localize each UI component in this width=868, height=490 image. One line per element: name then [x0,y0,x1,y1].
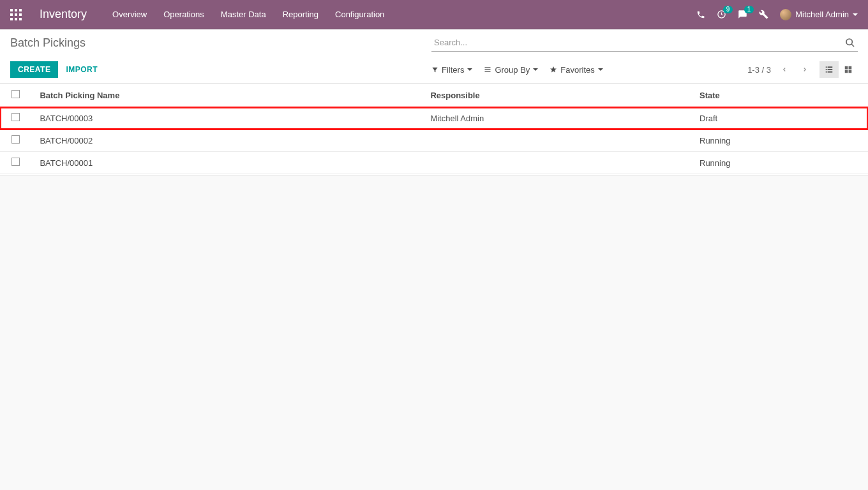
cell-responsible [425,130,694,152]
svg-rect-23 [845,70,848,73]
pager: 1-3 / 3 [747,63,812,77]
cell-responsible: Mitchell Admin [425,107,694,130]
breadcrumb: Batch Pickings [10,36,431,50]
groupby-dropdown[interactable]: Group By [484,65,538,75]
menu-master-data[interactable]: Master Data [221,10,266,19]
pager-prev[interactable] [777,63,791,77]
svg-rect-2 [19,9,22,11]
col-header-state[interactable]: State [694,84,868,107]
caret-down-icon [533,68,538,71]
menu-overview[interactable]: Overview [112,10,147,19]
main-menu: Overview Operations Master Data Reportin… [112,10,384,19]
svg-rect-15 [826,66,827,68]
caret-down-icon [467,68,472,71]
caret-down-icon [853,13,858,16]
favorites-label: Favorites [560,65,594,75]
menu-configuration[interactable]: Configuration [335,10,384,19]
messages-badge: 1 [744,6,754,13]
svg-rect-24 [849,70,852,73]
svg-rect-20 [828,71,833,73]
pager-next[interactable] [798,63,812,77]
row-checkbox[interactable] [11,113,20,121]
cell-responsible [425,152,694,174]
svg-rect-7 [15,18,17,20]
search-input[interactable] [431,34,858,52]
filters-dropdown[interactable]: Filters [431,65,472,75]
table-row[interactable]: BATCH/00003Mitchell AdminDraft [0,107,868,130]
svg-rect-1 [15,9,17,11]
import-button[interactable]: IMPORT [66,65,98,74]
create-button[interactable]: CREATE [10,61,58,78]
col-header-responsible[interactable]: Responsible [425,84,694,107]
cell-name: BATCH/00002 [34,130,425,152]
cell-state: Draft [694,107,868,130]
svg-rect-21 [845,66,848,70]
cell-state: Running [694,130,868,152]
svg-rect-4 [15,13,17,16]
filters-label: Filters [442,65,464,75]
app-title[interactable]: Inventory [40,8,87,21]
view-kanban-button[interactable] [839,61,858,78]
svg-rect-8 [19,18,22,20]
user-name: Mitchell Admin [795,10,849,19]
top-navbar: Inventory Overview Operations Master Dat… [0,0,868,29]
batch-pickings-table: Batch Picking Name Responsible State BAT… [0,84,868,174]
search-button[interactable] [842,35,858,50]
cell-name: BATCH/00003 [34,107,425,130]
svg-rect-16 [828,66,833,68]
svg-rect-19 [826,71,827,73]
pager-range: 1-3 / 3 [747,65,771,75]
table-row[interactable]: BATCH/00002Running [0,130,868,152]
cell-state: Running [694,152,868,174]
phone-icon[interactable] [696,10,705,19]
col-header-name[interactable]: Batch Picking Name [34,84,425,107]
svg-rect-18 [828,69,833,70]
row-checkbox[interactable] [11,158,20,166]
table-row[interactable]: BATCH/00001Running [0,152,868,174]
view-list-button[interactable] [819,61,839,78]
svg-line-11 [851,44,854,47]
activities-badge: 9 [723,6,733,13]
activities-icon[interactable]: 9 [717,10,726,19]
avatar [780,9,791,20]
svg-point-10 [846,39,852,45]
user-menu[interactable]: Mitchell Admin [780,9,858,20]
apps-icon[interactable] [10,9,22,20]
systray: 9 1 Mitchell Admin [696,9,858,20]
row-checkbox[interactable] [11,135,20,144]
control-panel: Batch Pickings CREATE IMPORT Filters Gro… [0,29,868,84]
svg-rect-0 [10,9,13,11]
svg-rect-6 [10,18,13,20]
caret-down-icon [598,68,603,71]
menu-operations[interactable]: Operations [163,10,204,19]
cell-name: BATCH/00001 [34,152,425,174]
menu-reporting[interactable]: Reporting [283,10,318,19]
svg-rect-3 [10,13,13,16]
messages-icon[interactable]: 1 [738,10,747,19]
svg-rect-5 [19,13,22,16]
svg-rect-17 [826,69,827,70]
debug-icon[interactable] [759,10,768,19]
select-all-checkbox[interactable] [11,90,20,98]
svg-rect-22 [849,66,852,70]
groupby-label: Group By [495,65,530,75]
favorites-dropdown[interactable]: Favorites [550,65,602,75]
